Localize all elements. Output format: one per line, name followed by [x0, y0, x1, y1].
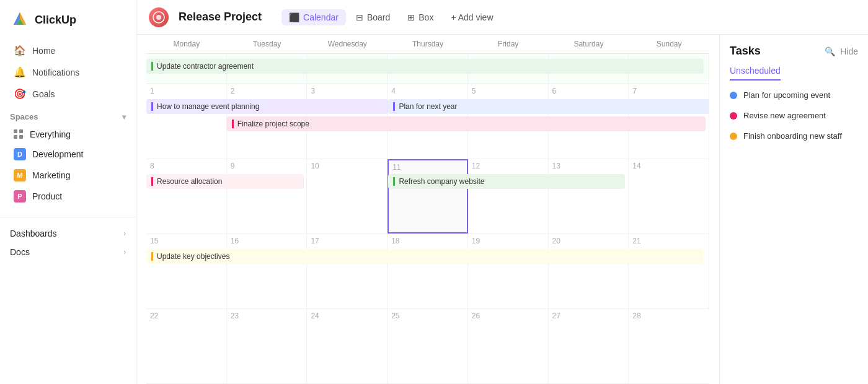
calendar-day-headers: Monday Tuesday Wednesday Thursday Friday… — [146, 35, 709, 54]
task-item-finish-onboarding[interactable]: Finish onboarding new staff — [730, 131, 858, 141]
cal-cell-8: 8 — [146, 159, 227, 233]
cal-cell-20: 20 — [549, 234, 629, 308]
tasks-panel-header: Tasks 🔍 Hide — [730, 45, 858, 58]
day-saturday: Saturday — [549, 40, 629, 48]
sidebar-item-goals[interactable]: 🎯 Goals — [4, 83, 132, 105]
calendar-container: Monday Tuesday Wednesday Thursday Friday… — [136, 35, 868, 384]
tab-box[interactable]: ⊞ Box — [400, 9, 441, 25]
cal-cell-17: 17 — [307, 234, 388, 308]
cal-cell-22: 22 — [146, 309, 227, 383]
docs-label: Docs — [10, 247, 30, 257]
tasks-unscheduled-tab[interactable]: Unscheduled — [730, 66, 781, 81]
development-dot: D — [14, 148, 26, 160]
sidebar-item-development[interactable]: D Development — [4, 144, 132, 165]
sidebar-item-notifications[interactable]: 🔔 Notifications — [4, 61, 132, 83]
sidebar-item-product[interactable]: P Product — [4, 186, 132, 207]
task-label-finish-onboarding: Finish onboarding new staff — [743, 131, 842, 141]
clickup-logo-icon — [10, 10, 30, 30]
task-label-revise-agreement: Revise new agreement — [743, 111, 826, 120]
calendar-tab-icon: ⬛ — [289, 12, 299, 22]
box-tab-icon: ⊞ — [407, 12, 415, 22]
cal-cell-19: 19 — [468, 234, 549, 308]
task-dot-blue — [730, 92, 737, 99]
goals-icon: 🎯 — [14, 88, 26, 100]
day-thursday: Thursday — [388, 40, 468, 48]
tasks-hide-button[interactable]: Hide — [840, 46, 858, 56]
cal-cell-18: 18 — [388, 234, 468, 308]
cal-cell-26: 26 — [468, 309, 549, 383]
cal-cell-13: 13 — [549, 159, 629, 233]
task-label-update-key: Update key objectives — [151, 252, 229, 261]
board-tab-label: Board — [367, 12, 390, 22]
box-tab-label: Box — [418, 12, 433, 22]
task-label-refresh-website: Refresh company website — [393, 177, 484, 186]
everything-label: Everything — [30, 129, 71, 139]
sidebar-item-everything[interactable]: Everything — [4, 125, 132, 144]
board-tab-icon: ⊟ — [356, 12, 363, 22]
tasks-panel: Tasks 🔍 Hide Unscheduled Plan for upcomi… — [719, 35, 868, 384]
tasks-panel-actions: 🔍 Hide — [825, 46, 858, 56]
task-bar-resource[interactable]: Resource allocation — [146, 174, 304, 189]
sidebar: ClickUp 🏠 Home 🔔 Notifications 🎯 Goals S… — [0, 0, 136, 384]
header: Release Project ⬛ Calendar ⊟ Board ⊞ Box… — [136, 0, 868, 35]
cal-cell-11[interactable]: 11 — [388, 159, 468, 233]
sidebar-item-dashboards[interactable]: Dashboards › — [0, 222, 136, 241]
cal-cell-24: 24 — [307, 309, 388, 383]
task-label-finalize: Finalize project scope — [232, 120, 309, 128]
svg-point-5 — [156, 15, 161, 20]
docs-chevron-icon: › — [123, 248, 126, 256]
tasks-panel-title: Tasks — [730, 45, 761, 58]
dashboards-label: Dashboards — [10, 229, 57, 238]
task-item-revise-agreement[interactable]: Revise new agreement — [730, 111, 858, 120]
marketing-label: Marketing — [32, 170, 70, 180]
task-item-plan-upcoming[interactable]: Plan for upcoming event — [730, 90, 858, 100]
day-friday: Friday — [468, 40, 549, 48]
task-label-resource: Resource allocation — [151, 177, 222, 186]
spaces-label: Spaces — [10, 112, 38, 121]
task-bar-update-contractor[interactable]: Update contractor agreement — [146, 59, 704, 74]
unscheduled-row: Update contractor agreement — [146, 54, 709, 84]
cal-cell-27: 27 — [549, 309, 629, 383]
cal-cell-23: 23 — [227, 309, 308, 383]
sidebar-item-marketing[interactable]: M Marketing — [4, 165, 132, 186]
task-bar-finalize[interactable]: Finalize project scope — [227, 116, 706, 131]
view-tabs: ⬛ Calendar ⊟ Board ⊞ Box + Add view — [281, 9, 500, 25]
task-label-how-manage: How to manage event planning — [151, 102, 259, 111]
day-wednesday: Wednesday — [307, 40, 388, 48]
calendar-main: Monday Tuesday Wednesday Thursday Friday… — [136, 35, 719, 384]
project-icon — [149, 7, 169, 27]
sidebar-item-home[interactable]: 🏠 Home — [4, 40, 132, 61]
notifications-label: Notifications — [32, 68, 79, 77]
task-dot-yellow — [730, 133, 737, 140]
cal-cell-16: 16 — [227, 234, 308, 308]
logo-area: ClickUp — [0, 7, 136, 40]
tab-calendar[interactable]: ⬛ Calendar — [281, 9, 346, 25]
main-area: Release Project ⬛ Calendar ⊟ Board ⊞ Box… — [136, 0, 868, 384]
cal-cell-28: 28 — [629, 309, 709, 383]
everything-icon — [14, 129, 24, 139]
day-tuesday: Tuesday — [227, 40, 308, 48]
task-bar-refresh-website[interactable]: Refresh company website — [388, 174, 624, 189]
add-view-button[interactable]: + Add view — [443, 9, 500, 25]
task-label-plan-upcoming: Plan for upcoming event — [743, 90, 830, 100]
tab-board[interactable]: ⊟ Board — [348, 9, 397, 25]
task-bar-update-key[interactable]: Update key objectives — [146, 249, 704, 264]
sidebar-item-docs[interactable]: Docs › — [0, 241, 136, 260]
task-bar-plan-next-year[interactable]: Plan for next year — [388, 99, 709, 114]
cal-cell-1: 1 — [146, 84, 227, 159]
task-label-update-contractor: Update contractor agreement — [151, 62, 254, 71]
bell-icon: 🔔 — [14, 66, 26, 78]
product-dot: P — [14, 190, 26, 203]
cal-cell-9: 9 — [227, 159, 308, 233]
project-title: Release Project — [179, 11, 262, 24]
dashboards-chevron-icon: › — [123, 229, 126, 238]
goals-label: Goals — [32, 89, 55, 99]
home-label: Home — [32, 46, 55, 56]
project-icon-svg — [153, 11, 165, 24]
calendar-tab-label: Calendar — [303, 12, 339, 22]
task-dot-red — [730, 112, 737, 120]
tasks-search-icon[interactable]: 🔍 — [825, 46, 835, 56]
task-bar-how-manage[interactable]: How to manage event planning — [146, 99, 388, 114]
calendar-row-week1: 1 2 3 4 5 6 7 How to manage event planni… — [146, 84, 709, 159]
task-label-plan-next-year: Plan for next year — [393, 102, 457, 111]
